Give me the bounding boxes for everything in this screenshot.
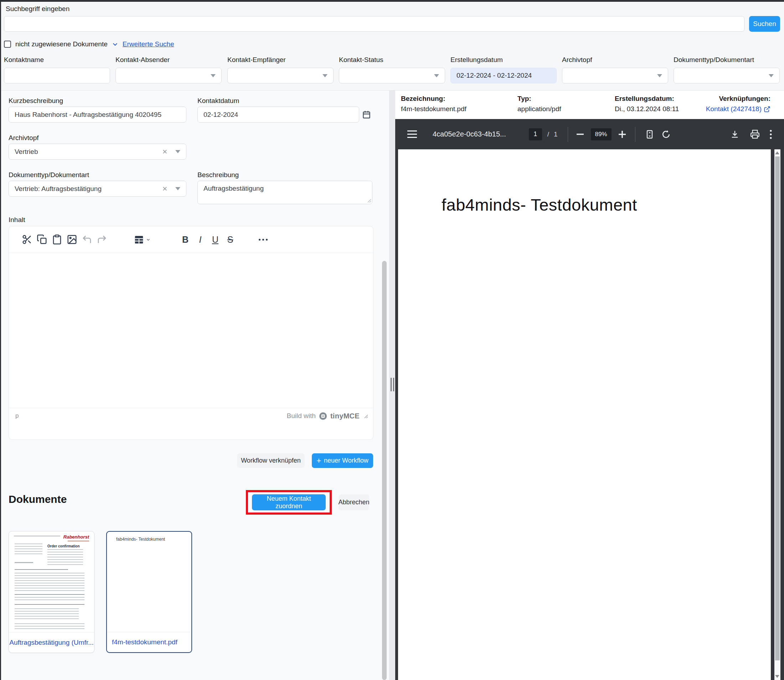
filter-dokumenttyp-select[interactable] [674, 68, 780, 83]
panel-splitter[interactable] [389, 91, 395, 680]
dropdown-arrow-icon [434, 74, 439, 77]
tinymce-branding[interactable]: Build with tinyMCE [287, 412, 368, 420]
dropdown-arrow-icon[interactable] [175, 150, 180, 153]
clear-icon[interactable]: ✕ [162, 186, 167, 192]
search-button[interactable]: Suchen [749, 16, 780, 32]
pdf-page-text: fab4minds- Testdokument [442, 195, 637, 214]
cut-button[interactable] [20, 231, 35, 248]
document-card-caption[interactable]: Auftragsbestätigung (Umfr... [9, 632, 94, 653]
toolbar-divider [635, 127, 635, 142]
kurzbeschreibung-input[interactable] [9, 107, 186, 123]
kontaktdatum-label: Kontaktdatum [197, 97, 239, 105]
zoom-out-button[interactable] [576, 134, 584, 135]
menu-button[interactable] [407, 131, 417, 138]
splitter-handle-icon [390, 378, 394, 391]
window-left-edge [0, 0, 1, 680]
workflow-buttons-row: Workflow verknüpfen + neuer Workflow [237, 453, 373, 468]
clear-icon[interactable]: ✕ [162, 149, 167, 155]
kurzbeschreibung-label: Kurzbeschreibung [9, 97, 63, 105]
rotate-button[interactable] [661, 129, 671, 139]
plus-icon: + [316, 456, 321, 466]
table-icon [134, 234, 144, 245]
scissors-icon [22, 234, 32, 245]
pdf-right-edge [781, 150, 784, 680]
inhalt-label: Inhalt [9, 216, 25, 224]
archivtopf-select[interactable]: Vertrieb ✕ [9, 143, 186, 160]
bold-button[interactable]: B [178, 231, 193, 248]
dokumenttyp-value: Vertrieb: Auftragsbestätigung [15, 185, 102, 193]
editor-statusbar: p Build with tinyMCE [9, 408, 373, 424]
filter-erstellungsdatum-label: Erstellungsdatum [450, 56, 503, 64]
insert-image-button[interactable] [65, 231, 79, 248]
contact-form-panel: Kurzbeschreibung Kontaktdatum Archivtopf… [1, 91, 389, 680]
dokumenttyp-select[interactable]: Vertrieb: Auftragsbestätigung ✕ [9, 181, 186, 197]
zoom-in-button[interactable] [619, 131, 626, 138]
advanced-search-link[interactable]: Erweiterte Suche [123, 40, 174, 48]
invoice-brand-text: Rabenhorst [63, 534, 89, 540]
kebab-icon [770, 130, 772, 139]
document-card-caption[interactable]: f4m-testdokument.pdf [107, 632, 191, 652]
kontakt-link[interactable]: Kontakt (2427418) [706, 105, 770, 113]
filter-kontakt-absender-select[interactable] [115, 68, 222, 83]
left-panel-scrollbar-thumb[interactable] [382, 261, 387, 680]
redo-button[interactable] [94, 231, 109, 248]
undo-button[interactable] [79, 231, 94, 248]
filter-kontakt-empfaenger-select[interactable] [227, 68, 334, 83]
filter-dokumenttyp-label: Dokumenttyp/Dokumentart [674, 56, 754, 64]
archivtopf-label: Archivtopf [9, 134, 38, 142]
document-card-f4m-testdokument[interactable]: fab4minds- Testdokument f4m-testdokument… [106, 531, 192, 653]
underline-button[interactable]: U [208, 231, 223, 248]
beschreibung-label: Beschreibung [197, 171, 239, 179]
filter-erstellungsdatum-input[interactable]: 02-12-2024 - 02-12-2024 [450, 68, 557, 83]
pdf-page-margin [771, 150, 775, 680]
page-divider: / [547, 131, 549, 138]
editor-resize-grip-icon[interactable] [364, 414, 368, 419]
tinymce-logo-icon [319, 412, 327, 420]
unassigned-documents-row: nicht zugewiesene Dokumente Erweiterte S… [4, 40, 174, 48]
cancel-button[interactable]: Abbrechen [338, 494, 369, 510]
copy-button[interactable] [35, 231, 50, 248]
resize-grip-icon[interactable] [367, 198, 372, 203]
new-workflow-button[interactable]: + neuer Workflow [312, 453, 373, 468]
invoice-title-text: Order confirmation [47, 544, 80, 548]
print-button[interactable] [750, 129, 760, 139]
more-toolbar-button[interactable] [255, 231, 271, 248]
dropdown-arrow-icon [657, 74, 662, 77]
paste-button[interactable] [50, 231, 65, 248]
italic-button[interactable]: I [193, 231, 208, 248]
strikethrough-button[interactable]: S [223, 231, 238, 248]
collapse-chevron-icon[interactable] [112, 41, 118, 47]
plus-icon [619, 131, 626, 138]
filter-kontaktname-input[interactable] [4, 68, 110, 83]
document-card-auftragsbestaetigung[interactable]: Rabenhorst Order confirmation Auftragsbe… [9, 531, 94, 653]
scroll-down-icon[interactable] [775, 675, 779, 678]
search-input[interactable] [4, 16, 745, 32]
kontaktdatum-input[interactable] [197, 107, 359, 123]
beschreibung-textarea[interactable]: Auftragsbestätigung [197, 181, 372, 204]
hamburger-icon [407, 131, 417, 138]
editor-toolbar: B I U S [9, 226, 373, 253]
unassigned-documents-checkbox[interactable] [4, 41, 11, 48]
filter-archivtopf-select[interactable] [562, 68, 668, 83]
filter-kontakt-status-select[interactable] [339, 68, 445, 83]
dropdown-arrow-icon[interactable] [175, 187, 180, 190]
more-options-button[interactable] [770, 130, 772, 139]
element-path[interactable]: p [15, 412, 19, 419]
pdf-document-title: 4ca05e2e-0c63-4b15... [433, 130, 506, 138]
table-button[interactable] [132, 231, 153, 248]
pdf-scrollbar-thumb[interactable] [775, 156, 780, 660]
link-workflow-button[interactable]: Workflow verknüpfen [237, 453, 305, 468]
pdf-scrollbar[interactable] [775, 150, 781, 680]
search-label: Suchbegriff eingeben [6, 5, 69, 13]
assign-new-contact-button[interactable]: Neuem Kontakt zuordnen [252, 494, 326, 510]
download-button[interactable] [730, 130, 740, 139]
fit-page-icon [645, 129, 655, 139]
editor-content-area[interactable] [9, 253, 373, 408]
filter-kontakt-status-label: Kontakt-Status [339, 56, 383, 64]
fit-page-button[interactable] [645, 129, 655, 139]
archivtopf-value: Vertrieb [15, 148, 38, 156]
calendar-icon[interactable] [362, 110, 372, 120]
scroll-up-icon[interactable] [775, 151, 779, 154]
page-number-input[interactable]: 1 [529, 128, 542, 140]
zoom-level: 89% [591, 128, 611, 140]
